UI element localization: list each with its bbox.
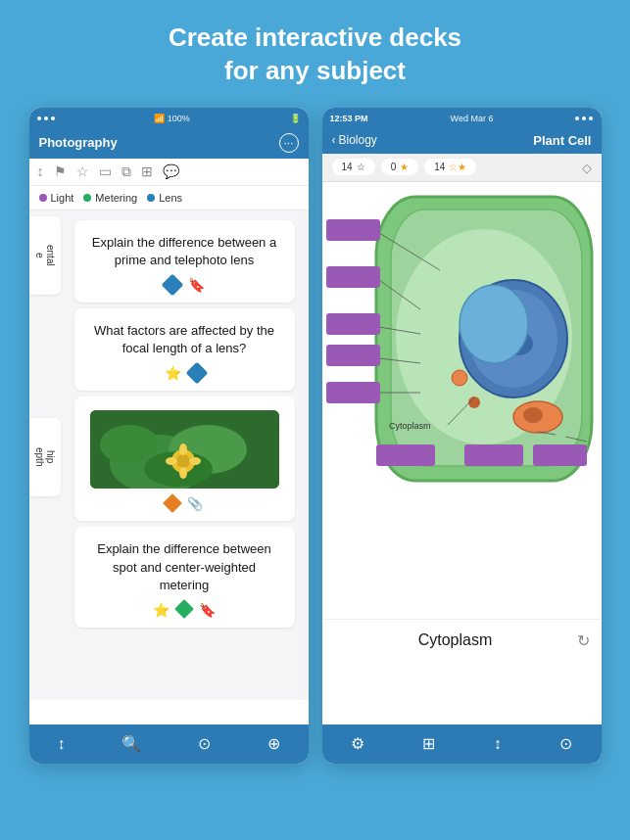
filter-14-both-label: 14	[434, 162, 445, 172]
svg-point-21	[460, 285, 528, 363]
phone1: 📶 100% 🔋 Photography ··· ↕ ⚑ ☆ ▭ ⧉ ⊞ 💬 L…	[29, 108, 309, 764]
tag-lens[interactable]: Lens	[147, 192, 182, 204]
svg-point-7	[179, 443, 187, 455]
phone2-back-label: Biology	[339, 133, 377, 147]
svg-rect-30	[326, 219, 380, 241]
bottom-search-icon[interactable]: 🔍	[121, 734, 141, 753]
bottom-settings-icon[interactable]: ⚙	[351, 734, 364, 753]
bookmark-red-icon-1: 🔖	[188, 277, 205, 293]
phone1-content: entale hipepth Explain the difference be…	[29, 210, 309, 700]
reload-button[interactable]: ↻	[577, 631, 590, 650]
left-card-2-text: hipepth	[34, 447, 56, 466]
filter-0-label: 0	[391, 162, 397, 172]
filter-btn-14-both[interactable]: 14 ☆★	[424, 159, 476, 175]
card-3-icons: 📎	[90, 496, 279, 511]
svg-point-6	[176, 454, 190, 468]
svg-point-10	[189, 457, 201, 465]
phone1-tags: Light Metering Lens	[29, 186, 309, 210]
toolbar-flag-icon[interactable]: ⚑	[54, 163, 67, 179]
tag-metering-dot	[83, 194, 91, 202]
left-card-1-text: entale	[34, 245, 56, 266]
diamond-green-icon-4	[174, 599, 194, 619]
flower-svg	[90, 410, 279, 489]
toolbar-copy-icon[interactable]: ⧉	[121, 163, 131, 180]
phone2-statusbar: 12:53 PM Wed Mar 6	[322, 108, 602, 129]
phone2-answer-bar: Cytoplasm ↻	[322, 619, 602, 662]
tag-light[interactable]: Light	[39, 192, 74, 204]
filter-0-star-icon: ★	[400, 162, 409, 172]
phone2-filter: 14 ☆ 0 ★ 14 ☆★ ◇	[322, 154, 602, 182]
toolbar-grid-icon[interactable]: ⊞	[141, 163, 153, 179]
phone2-time: 12:53 PM	[330, 114, 368, 123]
toolbar-arrow-icon[interactable]: ↕	[37, 163, 44, 179]
tag-lens-dot	[147, 194, 155, 202]
paperclip-icon-3: 📎	[187, 496, 203, 511]
star-yellow-icon-2: ⭐	[165, 365, 181, 381]
phone1-menu-button[interactable]: ···	[279, 133, 299, 153]
bookmark-red-icon-4: 🔖	[199, 602, 216, 618]
filter-edit-icon[interactable]: ◇	[582, 159, 592, 176]
toolbar-bubble-icon[interactable]: 💬	[163, 163, 179, 179]
phone2-back-button[interactable]: ‹ Biology	[332, 133, 377, 147]
phone1-navbar: Photography ···	[29, 129, 309, 159]
phone1-cards: Explain the difference between a prime a…	[61, 210, 309, 700]
filter-btn-0[interactable]: 0 ★	[381, 159, 419, 175]
tag-light-dot	[39, 194, 47, 202]
toolbar-star-icon[interactable]: ☆	[76, 163, 89, 179]
diamond-blue-icon-2	[185, 362, 208, 385]
bottom-grid-icon[interactable]: ⊞	[422, 734, 435, 753]
bottom-sort-icon[interactable]: ↕	[494, 735, 502, 753]
svg-rect-36	[376, 444, 435, 466]
phone2-cell-area: Cytoplasm Cytoplasm ↻	[322, 182, 602, 711]
card-2[interactable]: What factors are affected by the focal l…	[74, 308, 295, 391]
svg-rect-32	[326, 313, 380, 335]
filter-14-star-icon: ☆	[357, 162, 365, 172]
card-1-title: Explain the difference between a prime a…	[90, 234, 279, 269]
phone2-bottom-nav: ⚙ ⊞ ↕ ⊙	[322, 724, 602, 764]
svg-point-3	[100, 425, 159, 464]
tag-light-label: Light	[51, 192, 74, 204]
tag-metering[interactable]: Metering	[83, 192, 137, 204]
filter-14-label: 14	[342, 162, 353, 172]
card-4-title: Explain the difference between spot and …	[90, 540, 279, 594]
bottom-plus-icon[interactable]: ⊕	[267, 734, 280, 753]
card-3[interactable]: 📎	[74, 397, 295, 521]
diamond-orange-icon-3	[163, 493, 182, 513]
phone1-dots	[37, 117, 55, 120]
svg-point-8	[179, 467, 187, 479]
card-3-image	[90, 410, 279, 489]
card-1[interactable]: Explain the difference between a prime a…	[74, 220, 295, 303]
svg-point-18	[523, 407, 543, 423]
bottom-shuffle-icon[interactable]: ↕	[57, 735, 65, 753]
phone2-dots	[575, 117, 593, 120]
tag-lens-label: Lens	[159, 192, 182, 204]
phone2: 12:53 PM Wed Mar 6 ‹ Biology Plant Cell …	[322, 108, 602, 764]
toolbar-card-icon[interactable]: ▭	[99, 163, 112, 179]
card-4[interactable]: Explain the difference between spot and …	[74, 527, 295, 628]
bottom-circle2-icon[interactable]: ⊙	[559, 734, 572, 753]
filter-14-both-star-icon: ☆★	[449, 162, 466, 172]
phone2-answer-text: Cytoplasm	[334, 631, 577, 649]
phone1-left-cards: entale hipepth	[29, 210, 61, 700]
filter-btn-14[interactable]: 14 ☆	[332, 159, 375, 175]
svg-rect-37	[464, 444, 523, 466]
svg-point-9	[166, 457, 177, 465]
phone1-toolbar: ↕ ⚑ ☆ ▭ ⧉ ⊞ 💬	[29, 159, 309, 186]
phone1-battery: 🔋	[290, 114, 301, 123]
card-4-icons: ⭐ 🔖	[90, 602, 279, 618]
phone2-title: Plant Cell	[533, 133, 591, 148]
phone1-signal: 📶 100%	[154, 114, 190, 123]
phone2-date: Wed Mar 6	[451, 114, 494, 123]
phone1-bottom-nav: ↕ 🔍 ⊙ ⊕	[29, 724, 309, 764]
header-title: Create interactive decks for any subject	[20, 22, 610, 88]
phones-container: 📶 100% 🔋 Photography ··· ↕ ⚑ ☆ ▭ ⧉ ⊞ 💬 L…	[0, 108, 630, 764]
bottom-circle-icon[interactable]: ⊙	[198, 734, 211, 753]
card-1-icons: 🔖	[90, 277, 279, 293]
cell-diagram-svg: Cytoplasm	[322, 182, 602, 515]
diamond-blue-icon-1	[161, 274, 183, 297]
tag-metering-label: Metering	[95, 192, 137, 204]
phone2-navbar: ‹ Biology Plant Cell	[322, 129, 602, 154]
phone1-statusbar: 📶 100% 🔋	[29, 108, 309, 129]
svg-rect-34	[326, 382, 380, 403]
svg-point-19	[452, 370, 467, 386]
